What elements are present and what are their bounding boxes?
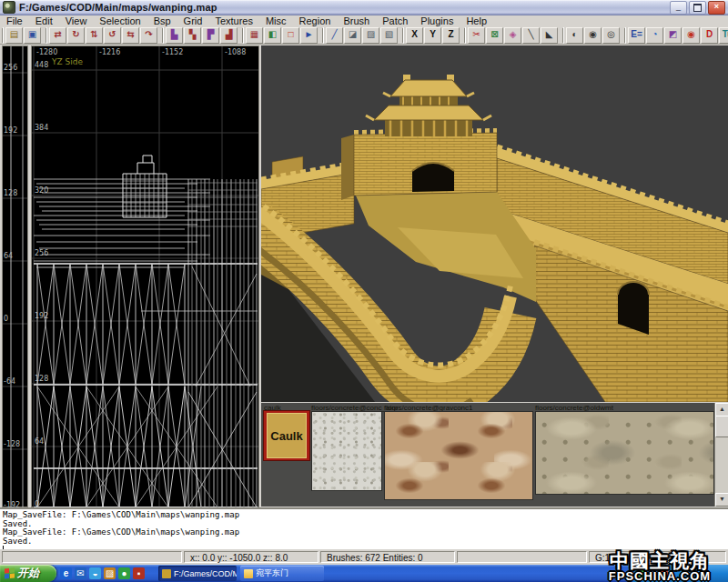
ortho-strip-view[interactable]: 256192128640-64-128-192	[2, 45, 28, 507]
menu-item-edit[interactable]: Edit	[29, 15, 59, 27]
vertex-icon[interactable]: ◈	[504, 27, 521, 44]
ruler-label: -64	[4, 377, 15, 386]
entity-list-button[interactable]: E=	[628, 27, 645, 44]
ruler-label: 192	[4, 126, 17, 135]
camera-up-icon[interactable]: ◉	[584, 27, 602, 44]
scroll-up-icon[interactable]: ▲	[715, 403, 728, 416]
select-touching-icon[interactable]: ▚	[184, 27, 201, 44]
select-inside-icon[interactable]: ▟	[220, 27, 238, 44]
menu-item-selection[interactable]: Selection	[93, 15, 147, 27]
ruler-label: 320	[35, 186, 48, 195]
ie-icon[interactable]: e	[60, 567, 72, 579]
texture-tile-conc-airp[interactable]	[311, 411, 382, 491]
textured-view-icon[interactable]: ▨	[362, 27, 379, 44]
patch-tool-icon[interactable]: ◩	[664, 27, 682, 44]
view-y-button[interactable]: Y	[424, 27, 441, 44]
select-complete-icon[interactable]: ▙	[166, 27, 183, 44]
tray-icon-red[interactable]	[660, 569, 668, 577]
texture-tile-caulk[interactable]: Caulk	[264, 411, 309, 460]
selection-mode-icon[interactable]: ►	[300, 27, 318, 44]
select-partial-icon[interactable]: ▛	[202, 27, 219, 44]
mail-icon[interactable]: ✉	[75, 567, 86, 579]
clipper-icon[interactable]: ╱	[326, 27, 343, 44]
menu-item-textures[interactable]: Textures	[208, 15, 259, 27]
curve-tool-icon[interactable]: ◔	[646, 27, 663, 44]
3d-camera-view[interactable]	[261, 45, 728, 402]
globe-icon[interactable]: ●	[118, 567, 130, 579]
menu-item-brush[interactable]: Brush	[337, 15, 376, 27]
folder-icon	[244, 569, 253, 578]
system-tray[interactable]	[632, 565, 728, 582]
console-output[interactable]: Map_SaveFile: F:\Games\COD\Main\maps\wan…	[0, 507, 728, 549]
minimize-button[interactable]: _	[670, 1, 687, 15]
rotate-x-icon[interactable]: ↻	[67, 27, 85, 44]
tray-icon-blue[interactable]	[649, 569, 657, 577]
cap-tool-icon[interactable]: ◉	[682, 27, 700, 44]
region-icon[interactable]: ⊠	[486, 27, 503, 44]
app-icon[interactable]: ▪	[133, 567, 145, 579]
menu-item-view[interactable]: View	[59, 15, 94, 27]
taskbar-task-radiant[interactable]: F:/Games/COD/Mai...	[158, 566, 237, 581]
2d-view-yz-side[interactable]: -1280-1216-1152-108844838432025619212864…	[31, 45, 259, 507]
flip-x-icon[interactable]: ⇄	[49, 27, 66, 44]
texture-browser[interactable]: caulk floors/concrete@conc_airp floors/c…	[261, 403, 728, 507]
flip-y-icon[interactable]: ⇅	[86, 27, 103, 44]
flat-shade-icon[interactable]: ◪	[344, 27, 361, 44]
rotate-y-icon[interactable]: ↺	[104, 27, 121, 44]
edge-icon[interactable]: ╲	[522, 27, 540, 44]
lighting-view-icon[interactable]: ▧	[380, 27, 398, 44]
plugin-d-icon[interactable]: D	[701, 27, 718, 44]
open-icon[interactable]: ▤	[5, 27, 23, 44]
plugin-tu-icon[interactable]: Tu	[719, 27, 728, 44]
quick-launch: e✉◒▨●▪	[60, 565, 145, 582]
camera-down-icon[interactable]: ◎	[602, 27, 620, 44]
restore-button[interactable]	[689, 1, 706, 15]
make-hollow-icon[interactable]: □	[282, 27, 299, 44]
tray-icon-green[interactable]	[638, 569, 646, 577]
texture-scrollbar[interactable]: ▲ ▼	[714, 403, 728, 507]
menu-item-bsp[interactable]: Bsp	[147, 15, 177, 27]
scroll-thumb[interactable]	[715, 416, 728, 437]
ruler-label: 0	[4, 315, 8, 323]
save-icon[interactable]: ▣	[24, 27, 41, 44]
ruler-label: 128	[4, 189, 17, 197]
cut-icon[interactable]: ✂	[468, 27, 485, 44]
texture-tile-oldwmt[interactable]	[535, 411, 714, 495]
taskbar: 开始 e✉◒▨●▪ F:/Games/COD/Mai... 宛平东门	[0, 565, 728, 582]
csg-merge-icon[interactable]: ◧	[264, 27, 281, 44]
menu-item-misc[interactable]: Misc	[259, 15, 293, 27]
start-button[interactable]: 开始	[0, 565, 56, 582]
taskbar-task-folder[interactable]: 宛平东门	[240, 566, 324, 581]
view-x-button[interactable]: X	[406, 27, 423, 44]
windows-flag-icon	[5, 567, 15, 578]
view-z-button[interactable]: Z	[442, 27, 460, 44]
ruler-label: 256	[35, 249, 48, 257]
menu-item-patch[interactable]: Patch	[376, 15, 414, 27]
face-icon[interactable]: ◣	[541, 27, 558, 44]
ruler-label: 384	[35, 124, 48, 132]
radiant-task-icon	[162, 569, 171, 578]
radiant-window: F:/Games/COD/Main/maps/wanping.map _ × F…	[0, 0, 728, 582]
messenger-icon[interactable]: ◒	[89, 567, 101, 579]
menu-item-help[interactable]: Help	[460, 15, 493, 27]
paint-icon[interactable]: ▨	[104, 567, 116, 579]
ruler-label: -1152	[162, 48, 183, 56]
flip-z-icon[interactable]: ⇆	[122, 27, 139, 44]
ruler-label: 64	[35, 437, 44, 446]
scroll-down-icon[interactable]: ▼	[715, 493, 728, 507]
ruler-label: 256	[4, 64, 17, 72]
menu-item-file[interactable]: File	[0, 15, 29, 27]
close-button[interactable]: ×	[708, 1, 725, 15]
csg-subtract-icon[interactable]: ▦	[246, 27, 263, 44]
2d-wireframe-canvas: -1280-1216-1152-108844838432025619212864…	[32, 46, 258, 510]
texture-tile-gravconc[interactable]	[384, 411, 533, 500]
menu-item-grid[interactable]: Grid	[177, 15, 209, 27]
3d-render	[261, 45, 728, 402]
menu-item-region[interactable]: Region	[293, 15, 338, 27]
title-bar[interactable]: F:/Games/COD/Main/maps/wanping.map _ ×	[0, 0, 728, 15]
cubic-clip-icon[interactable]: ◐	[566, 27, 583, 44]
rotate-z-icon[interactable]: ↷	[140, 27, 157, 44]
menu-item-plugins[interactable]: Plugins	[414, 15, 460, 27]
console-line: Saved.	[3, 537, 728, 547]
start-label: 开始	[17, 566, 39, 581]
